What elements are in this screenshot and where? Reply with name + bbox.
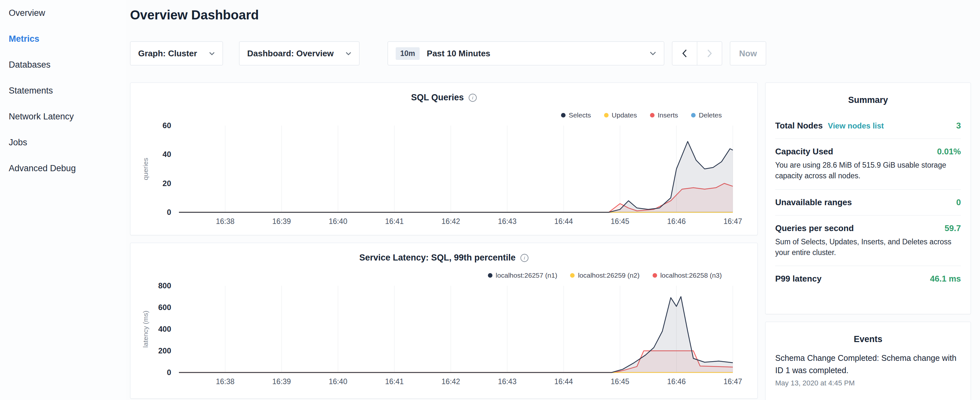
legend-item[interactable]: Inserts [650,112,678,119]
legend-item[interactable]: localhost:26259 (n2) [570,271,639,279]
x-tick-label: 16:41 [385,217,404,226]
chevron-left-icon [682,49,687,57]
capacity-used-value: 0.01% [937,147,961,157]
summary-row-total-nodes: Total Nodes View nodes list 3 [775,113,961,139]
toolbar: Graph: Cluster Dashboard: Overview 10m P… [130,41,777,65]
info-icon[interactable]: i [468,94,477,102]
info-icon[interactable]: i [520,254,529,262]
queries-per-second-value: 59.7 [944,223,961,233]
event-message: Schema Change Completed: Schema change w… [775,352,961,376]
legend-label: localhost:26258 (n3) [660,271,722,279]
service-latency-card: Service Latency: SQL, 99th percentile i … [130,243,758,399]
now-button[interactable]: Now [730,41,766,65]
summary-row-queries-per-second: Queries per second 59.7 Sum of Selects, … [775,215,961,266]
total-nodes-label: Total Nodes [775,121,823,131]
total-nodes-value: 3 [956,121,961,131]
y-tick-label: 40 [162,150,171,159]
time-nav-buttons [672,41,722,65]
x-tick-label: 16:47 [724,377,742,386]
sidebar-nav: OverviewMetricsDatabasesStatementsNetwor… [0,0,126,400]
event-timestamp: May 13, 2020 at 4:45 PM [775,379,961,387]
x-tick-label: 16:41 [385,377,404,386]
svg-text:i: i [524,255,525,261]
x-tick-label: 16:45 [611,217,630,226]
legend-dot [604,113,609,118]
unavailable-ranges-label: Unavailable ranges [775,198,852,207]
y-axis-label: latency (ms) [142,311,149,347]
svg-text:i: i [472,95,473,100]
x-tick-label: 16:42 [442,217,460,226]
legend-label: Deletes [699,112,722,119]
queries-per-second-label: Queries per second [775,223,854,233]
time-range-label: Past 10 Minutes [427,49,490,59]
x-tick-label: 16:46 [667,377,686,386]
page-title: Overview Dashboard [130,8,259,22]
summary-row-capacity-used: Capacity Used 0.01% You are using 28.6 M… [775,139,961,189]
sidebar-item-network-latency[interactable]: Network Latency [0,104,126,129]
graph-dropdown[interactable]: Graph: Cluster [130,41,223,65]
legend-dot [561,113,566,118]
legend-dot [691,113,695,118]
queries-per-second-description: Sum of Selects, Updates, Inserts, and De… [775,237,961,258]
x-tick-label: 16:43 [498,217,517,226]
legend-label: Updates [612,112,637,119]
legend-item[interactable]: localhost:26258 (n3) [652,271,722,279]
chart-title: Service Latency: SQL, 99th percentile [359,253,515,263]
summary-row-p99-latency: P99 latency 46.1 ms [775,266,961,292]
chevron-down-icon [650,51,656,55]
view-nodes-list-link[interactable]: View nodes list [828,121,884,131]
legend-label: Selects [569,112,591,119]
p99-latency-value: 46.1 ms [930,274,961,284]
time-range-badge: 10m [396,47,420,60]
legend-label: localhost:26259 (n2) [578,271,639,279]
x-tick-label: 16:42 [442,377,460,386]
x-tick-label: 16:38 [216,377,235,386]
legend-dot [650,113,654,118]
legend-item[interactable]: Deletes [691,112,722,119]
summary-panel: Summary Total Nodes View nodes list 3 Ca… [765,83,971,314]
y-axis-label: queries [142,158,149,180]
legend-dot [570,273,574,278]
sidebar-item-overview[interactable]: Overview [0,0,126,26]
series-line [179,142,733,212]
x-tick-label: 16:46 [667,217,686,226]
x-tick-label: 16:39 [272,377,291,386]
time-range-dropdown[interactable]: 10m Past 10 Minutes [388,41,664,65]
x-tick-label: 16:39 [272,217,291,226]
sidebar-item-metrics[interactable]: Metrics [0,26,126,52]
time-back-button[interactable] [672,41,697,65]
chevron-right-icon [707,49,712,57]
x-tick-label: 16:44 [554,217,573,226]
y-tick-label: 800 [158,281,171,290]
legend-label: Inserts [658,112,678,119]
sidebar-item-advanced-debug[interactable]: Advanced Debug [0,155,126,181]
legend-item[interactable]: Selects [561,112,591,119]
x-tick-label: 16:45 [611,377,630,386]
sidebar-item-databases[interactable]: Databases [0,52,126,78]
p99-latency-label: P99 latency [775,274,821,284]
chart-legend: SelectsUpdatesInsertsDeletes [561,112,722,119]
app-screen: OverviewMetricsDatabasesStatementsNetwor… [0,0,980,400]
capacity-used-label: Capacity Used [775,147,833,157]
service-latency-chart: 16:3816:3916:4016:4116:4216:4316:4416:45… [140,281,748,391]
x-tick-label: 16:38 [216,217,235,226]
legend-item[interactable]: localhost:26257 (n1) [488,271,557,279]
dashboard-dropdown[interactable]: Dashboard: Overview [239,41,360,65]
series-line [179,183,733,212]
chart-title: SQL Queries [411,92,464,103]
sql-queries-chart: 16:3816:3916:4016:4116:4216:4316:4416:45… [140,121,748,231]
sidebar-item-jobs[interactable]: Jobs [0,129,126,155]
y-tick-label: 0 [167,368,171,377]
x-tick-label: 16:43 [498,377,517,386]
x-tick-label: 16:40 [329,377,347,386]
legend-item[interactable]: Updates [604,112,637,119]
y-tick-label: 60 [162,121,171,130]
series-area [179,183,733,212]
summary-title: Summary [775,83,961,113]
event-item[interactable]: Schema Change Completed: Schema change w… [775,352,961,387]
time-forward-button[interactable] [697,41,722,65]
sidebar-item-statements[interactable]: Statements [0,78,126,104]
events-title: Events [775,322,961,352]
series-area [179,142,733,212]
events-panel: Events Schema Change Completed: Schema c… [765,322,971,400]
